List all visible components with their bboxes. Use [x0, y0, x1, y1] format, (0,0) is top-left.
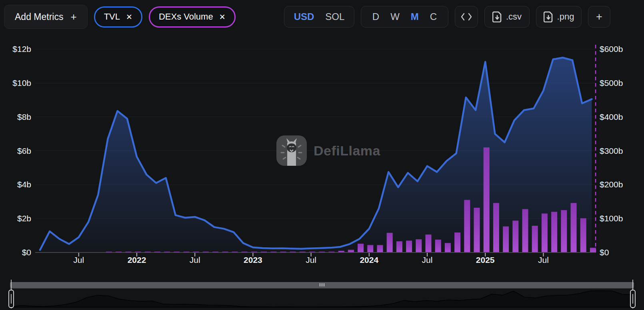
close-icon[interactable]: ✕: [126, 12, 132, 22]
y-axis-label-right: $400b: [600, 112, 623, 121]
y-axis-label-left: $0: [22, 248, 31, 257]
volume-bar: [396, 241, 402, 252]
volume-bar: [445, 243, 451, 252]
download-csv-label: .csv: [506, 12, 522, 22]
volume-bar: [542, 213, 548, 252]
plus-icon: +: [596, 11, 602, 23]
volume-bar: [435, 240, 441, 252]
metric-pill-dexs-volume[interactable]: DEXs Volume ✕: [149, 6, 236, 28]
volume-bar: [484, 147, 490, 252]
y-axis-label-right: $600b: [600, 44, 623, 54]
x-axis-label: Jul: [422, 255, 433, 264]
defillama-chart-page: $0$0$2b$100b$4b$200b$6b$300b$8b$400b$10b…: [0, 0, 644, 310]
metric-pill-tvl[interactable]: TVL ✕: [94, 6, 142, 28]
download-csv-button[interactable]: .csv: [484, 6, 530, 28]
volume-bar: [426, 234, 432, 252]
volume-bar: [561, 210, 567, 252]
x-axis-label: 2025: [476, 255, 495, 264]
volume-bar: [406, 240, 412, 252]
volume-bar: [503, 227, 509, 252]
download-png-label: .png: [557, 12, 574, 22]
volume-bar: [571, 203, 577, 252]
volume-bar: [387, 233, 393, 252]
y-axis-label-right: $500b: [600, 78, 623, 87]
toolbar: Add Metrics + TVL ✕ DEXs Volume ✕ USDSOL…: [0, 0, 644, 34]
embed-chart-button[interactable]: [455, 6, 478, 28]
y-axis-label-right: $200b: [600, 180, 623, 189]
x-axis-label: Jul: [73, 255, 84, 264]
volume-bar: [590, 248, 596, 252]
toolbar-right: USDSOL DWMC .csv .png: [284, 6, 610, 28]
close-icon[interactable]: ✕: [219, 12, 226, 22]
x-axis-label: 2024: [360, 255, 378, 264]
y-axis-label-right: $100b: [600, 214, 623, 223]
toggle-option-usd[interactable]: USD: [288, 11, 320, 22]
x-axis-label: Jul: [538, 255, 549, 264]
volume-bar: [493, 203, 499, 252]
y-axis-label-left: $8b: [17, 112, 31, 121]
add-metrics-button[interactable]: Add Metrics +: [4, 5, 88, 29]
volume-bar: [522, 209, 528, 252]
tvl-volume-chart: $0$0$2b$100b$4b$200b$6b$300b$8b$400b$10b…: [0, 0, 644, 310]
volume-bar: [377, 245, 383, 252]
volume-bar: [512, 221, 518, 252]
toggle-option-c[interactable]: C: [424, 11, 442, 22]
more-options-button[interactable]: +: [588, 6, 610, 28]
add-metrics-label: Add Metrics: [15, 12, 63, 22]
download-file-icon: [492, 11, 502, 22]
volume-bar: [580, 218, 586, 252]
y-axis-label-right: $300b: [600, 146, 623, 155]
x-axis-label: Jul: [190, 255, 200, 264]
download-file-icon: [544, 11, 553, 22]
toggle-option-m[interactable]: M: [405, 11, 424, 22]
volume-bar: [416, 239, 422, 252]
volume-bar: [464, 200, 470, 252]
code-brackets-icon: [460, 12, 472, 21]
metric-pill-label: TVL: [104, 12, 120, 22]
volume-bar: [532, 226, 538, 252]
brush-minimap-area: [10, 291, 634, 307]
y-axis-label-left: $4b: [17, 180, 31, 189]
interval-toggle: DWMC: [361, 6, 448, 28]
metric-pill-label: DEXs Volume: [159, 12, 213, 22]
plus-icon: +: [70, 11, 76, 23]
toggle-option-w[interactable]: W: [385, 11, 405, 22]
volume-bar: [551, 212, 557, 252]
volume-bar: [358, 244, 364, 252]
volume-bar: [454, 232, 460, 252]
y-axis-label-left: $2b: [17, 214, 31, 223]
volume-bar: [474, 208, 480, 252]
toggle-option-d[interactable]: D: [367, 11, 385, 22]
x-axis-label: Jul: [306, 255, 316, 264]
toolbar-left: Add Metrics + TVL ✕ DEXs Volume ✕: [4, 0, 236, 34]
volume-bar: [348, 250, 354, 252]
x-axis-label: 2023: [244, 255, 262, 264]
toggle-option-sol[interactable]: SOL: [320, 11, 350, 22]
volume-bar: [367, 245, 373, 252]
currency-toggle: USDSOL: [284, 6, 354, 28]
y-axis-label-right: $0: [600, 248, 609, 257]
tvl-area-fill: [40, 58, 592, 252]
y-axis-label-left: $12b: [12, 44, 31, 54]
y-axis-label-left: $6b: [17, 146, 31, 155]
x-axis-label: 2022: [128, 255, 146, 264]
y-axis-label-left: $10b: [12, 78, 31, 87]
download-png-button[interactable]: .png: [536, 6, 582, 28]
